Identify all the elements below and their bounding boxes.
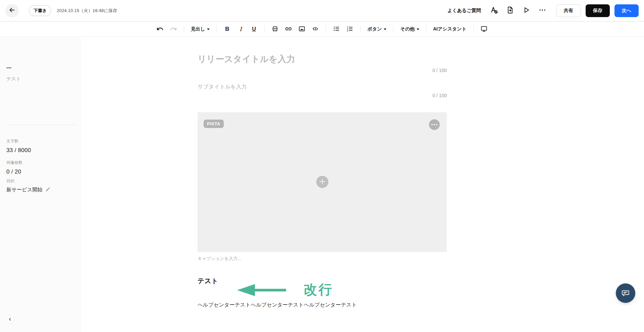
chat-bubble-icon (621, 288, 630, 298)
toolbar-divider (264, 25, 265, 33)
subtitle-char-counter: 0 / 100 (432, 93, 447, 98)
other-dropdown[interactable]: その他 (398, 24, 421, 35)
top-header: 下書き 2024.10.15（火）16:48に保存 よくあるご質問 (0, 0, 644, 21)
toolbar-divider (184, 25, 184, 33)
image-more-button[interactable] (429, 119, 440, 130)
dot (431, 124, 433, 125)
pixta-badge: PIXTA (204, 120, 224, 128)
other-dropdown-label: その他 (400, 26, 415, 32)
button-block-dropdown[interactable]: ボタン (365, 24, 388, 35)
play-icon (522, 6, 530, 15)
support-chat-button[interactable] (616, 283, 635, 303)
redo-button[interactable] (168, 24, 179, 35)
purpose-row: 新サービス開始 (6, 187, 51, 193)
char-count-value: 33 / 8000 (6, 147, 31, 154)
outline-item-section[interactable]: テスト (6, 76, 21, 82)
release-title-input[interactable]: リリースタイトルを入力 (198, 53, 295, 65)
toolbar-divider (393, 25, 393, 33)
preview-display-button[interactable] (478, 24, 490, 35)
redo-icon (170, 25, 177, 34)
faq-link[interactable]: よくあるご質問 (447, 8, 481, 14)
next-button[interactable]: 次へ (614, 4, 639, 17)
toolbar-divider (360, 25, 361, 33)
caption-input[interactable]: キャプションを入力... (198, 256, 241, 262)
toolbar-divider (473, 25, 474, 33)
bold-icon: B (225, 26, 229, 32)
code-icon (312, 25, 319, 34)
char-count-label: 文字数 (6, 138, 18, 144)
italic-icon: I (239, 26, 242, 32)
bold-button[interactable]: B (221, 24, 233, 35)
body-heading[interactable]: テスト (198, 276, 218, 285)
header-right: よくあるご質問 共有 保存 (447, 4, 639, 17)
annotation-text: 改行 (304, 281, 334, 297)
saved-timestamp: 2024.10.15（火）16:48に保存 (57, 8, 117, 14)
header-left: 下書き 2024.10.15（火）16:48に保存 (5, 4, 117, 17)
dot (434, 124, 435, 125)
image-count-value: 0 / 20 (6, 169, 21, 175)
proofread-a-check-icon (490, 6, 498, 15)
back-button[interactable] (5, 4, 19, 17)
main-image-upload-area[interactable]: PIXTA (198, 112, 447, 252)
proofread-button[interactable] (488, 5, 500, 16)
numbered-list-button[interactable]: 123 (344, 24, 356, 35)
ellipsis-icon (538, 6, 546, 15)
chevron-down-icon (384, 28, 386, 30)
outline-sidebar: — テスト 文字数 33 / 8000 画像枚数 0 / 20 目的 新サービス… (0, 37, 81, 332)
link-icon (285, 25, 292, 34)
title-char-counter: 0 / 100 (432, 68, 447, 73)
sidebar-divider (6, 125, 75, 125)
pencil-icon (45, 187, 51, 193)
toolbar-divider (426, 25, 426, 33)
preview-button[interactable] (521, 5, 532, 16)
collapse-sidebar-button[interactable] (6, 315, 14, 324)
bullet-list-button[interactable] (331, 24, 342, 35)
green-arrow-left-icon (237, 283, 286, 298)
undo-icon (156, 25, 164, 34)
toolbar-divider (326, 25, 326, 33)
heading-dropdown[interactable]: 見出し (189, 24, 212, 35)
chevron-down-icon (417, 28, 419, 30)
button-dropdown-label: ボタン (367, 26, 382, 32)
plus-icon (319, 178, 326, 186)
bullet-list-icon (333, 25, 340, 34)
underline-button[interactable]: U (248, 24, 260, 35)
add-image-button[interactable] (316, 176, 328, 188)
insert-image-button[interactable] (296, 24, 308, 35)
ai-assistant-button[interactable]: AIアシスタント (431, 24, 469, 35)
undo-button[interactable] (154, 24, 166, 35)
embed-code-button[interactable] (310, 24, 321, 35)
share-button[interactable]: 共有 (556, 4, 581, 17)
edit-purpose-button[interactable] (45, 187, 51, 193)
monitor-icon (480, 25, 488, 34)
export-button[interactable] (504, 5, 516, 16)
subtitle-input[interactable]: サブタイトルを入力 (198, 83, 247, 90)
heading-dropdown-label: 見出し (191, 26, 205, 32)
toolbar-divider (216, 25, 217, 33)
divider-block-button[interactable] (269, 24, 281, 35)
more-options-button[interactable] (537, 5, 548, 16)
purpose-value: 新サービス開始 (6, 187, 43, 193)
image-icon (298, 25, 306, 34)
editor-toolbar: 見出し B I U (0, 21, 644, 37)
release-editor-app: 下書き 2024.10.15（火）16:48に保存 よくあるご質問 (0, 0, 644, 332)
dot (436, 124, 437, 125)
underline-icon: U (252, 26, 256, 32)
horizontal-rule-icon (271, 25, 279, 34)
image-count-label: 画像枚数 (6, 160, 22, 165)
numbered-list-icon: 123 (346, 25, 354, 34)
chevron-left-icon (8, 317, 12, 322)
italic-button[interactable]: I (235, 24, 246, 35)
status-badge: 下書き (29, 5, 51, 16)
document-export-icon (506, 6, 514, 15)
save-button[interactable]: 保存 (586, 4, 610, 17)
chevron-down-icon (207, 28, 210, 30)
svg-text:3: 3 (347, 30, 348, 32)
outline-item-title[interactable]: — (6, 65, 11, 70)
linebreak-annotation-image[interactable]: 改行 (237, 281, 348, 298)
back-arrow-icon (8, 6, 16, 15)
ai-assistant-label: AIアシスタント (433, 26, 467, 32)
link-button[interactable] (283, 24, 294, 35)
body-paragraph[interactable]: ヘルプセンターテストヘルプセンターテストヘルプセンターテスト (198, 302, 357, 309)
purpose-label: 目的 (6, 178, 14, 184)
